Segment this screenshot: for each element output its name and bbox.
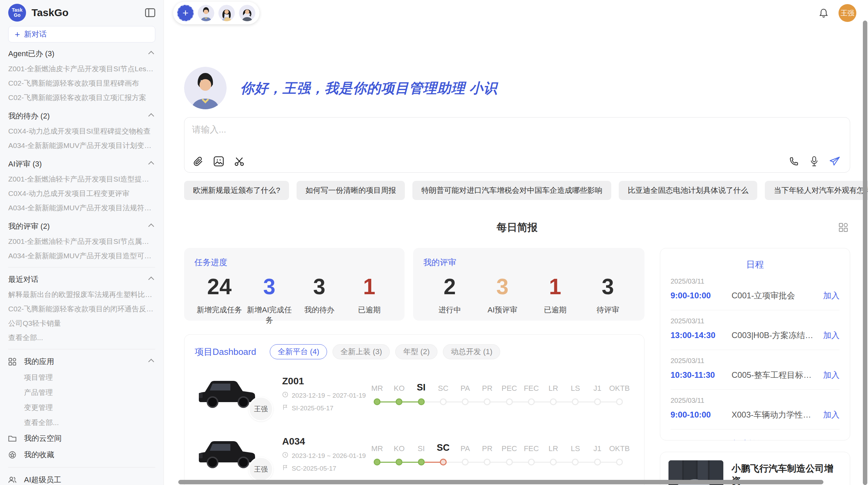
project-milestone-date: SC-2025-05-17	[282, 464, 366, 472]
dashboard-tab[interactable]: 全新上装 (3)	[333, 344, 390, 359]
assistant-avatar	[184, 67, 227, 109]
milestone-label: LR	[542, 444, 564, 453]
project-row[interactable]: 王强A0342023-12-19 ~ 2026-01-19SC-2025-05-…	[195, 428, 634, 480]
stat-label: 新增完成任务	[194, 305, 244, 315]
milestone-label: MR	[366, 384, 388, 393]
main-area: + 王强	[164, 0, 868, 485]
sidebar-section-title: 最近对话	[8, 274, 38, 285]
sidebar-list-item[interactable]: Z001-全新燃油轻卡产品开发项目SI节点属性5D文件评审	[8, 234, 155, 249]
sidebar-section: 最近对话解释最新出台的欧盟报废车法规再生塑料比例被调至15%...C02-飞腾新…	[8, 272, 155, 345]
logo-line1: Task	[12, 8, 23, 13]
user-avatar[interactable]: 王强	[839, 4, 856, 22]
image-upload-icon[interactable]	[213, 156, 224, 167]
sidebar-list-item[interactable]: A034-全新新能源MUV产品开发项目造型可行性评审	[8, 249, 155, 263]
chevron-up-icon[interactable]	[148, 161, 154, 167]
schedule-join-link[interactable]: 加入	[823, 330, 840, 341]
dashboard-tab[interactable]: 全新平台 (4)	[270, 344, 327, 359]
stat-label: 我的待办	[294, 305, 345, 315]
sidebar-list-item[interactable]: C0X4-动力总成开发项目工程变更评审	[8, 186, 155, 201]
project-dates-text: 2023-12-19 ~ 2026-01-19	[292, 452, 366, 460]
sidebar-list-item[interactable]: C02-飞腾新能源轻客改款项目立项汇报方案	[8, 90, 155, 105]
new-chat-button[interactable]: + 新对话	[8, 26, 155, 42]
chevron-up-icon[interactable]	[148, 224, 154, 229]
sidebar-list-item[interactable]: Z001-全新燃油皮卡产品开发项目SI节点Lesson Learn报告	[8, 62, 155, 76]
milestone-dot	[506, 398, 513, 405]
milestone-cell	[564, 457, 586, 468]
voice-call-phone-icon[interactable]	[789, 156, 799, 166]
app-submenu-item[interactable]: 项目管理	[8, 370, 155, 385]
app-submenu-item[interactable]: 查看全部...	[8, 415, 155, 430]
notifications-bell-icon[interactable]	[819, 8, 828, 18]
project-flag-text: SI-2025-05-17	[292, 405, 333, 412]
sidebar-list-item[interactable]: A034-全新新能源MUV产品开发项目法规符合性评审	[8, 201, 155, 215]
sidebar-list-item[interactable]: Z001-全新燃油轻卡产品开发项目SI造型提交物评审	[8, 172, 155, 186]
sidebar-section-title: Agent已办 (3)	[8, 49, 55, 59]
schedule-join-link[interactable]: 加入	[823, 290, 840, 301]
sidebar-item-cloud-space[interactable]: 我的云空间	[8, 430, 155, 447]
my-apps-label: 我的应用	[24, 357, 54, 367]
sidebar-item-favorites[interactable]: 我的收藏	[8, 447, 155, 463]
milestone-label: KO	[388, 444, 410, 453]
sidebar-item-ai-super-staff[interactable]: AI超级员工	[8, 472, 155, 485]
conversation-avatars-bar: +	[173, 2, 260, 24]
chevron-up-icon[interactable]	[148, 51, 154, 57]
screenshot-scissors-icon[interactable]	[234, 156, 245, 167]
milestone-cell	[608, 457, 630, 468]
milestone-label: SC	[432, 384, 454, 393]
sidebar-list-item[interactable]: 解释最新出台的欧盟报废车法规再生塑料比例被调至15%...	[8, 287, 155, 302]
suggestion-chip[interactable]: 欧洲新规最近颁布了什么?	[184, 181, 289, 200]
view-all-schedule-link[interactable]: 查看所有日程	[671, 438, 840, 440]
suggestion-chip[interactable]: 当下年轻人对汽车外观有怎样的喜好趋势	[765, 181, 868, 200]
milestone-cell	[542, 396, 564, 407]
sidebar-list-item[interactable]: 查看全部...	[8, 331, 155, 345]
schedule-item: 2025/03/119:00-10:00C001-立项审批会加入	[671, 271, 840, 310]
sidebar-list-item[interactable]: C0X4-动力总成开发项目SI里程碑提交物检查	[8, 124, 155, 138]
chevron-up-icon[interactable]	[148, 359, 154, 365]
chevron-up-icon[interactable]	[148, 277, 154, 283]
attachment-paperclip-icon[interactable]	[193, 156, 204, 167]
conversation-avatar[interactable]	[239, 5, 255, 21]
dashboard-tab[interactable]: 年型 (2)	[395, 344, 437, 359]
sidebar-list-item[interactable]: C02-飞腾新能源轻客改款项目里程碑画布	[8, 76, 155, 90]
project-info: Z0012023-12-19 ~ 2027-01-19SI-2025-05-17	[268, 376, 366, 412]
sidebar-list-item[interactable]: C02-飞腾新能源轻客改款项目的闭环通告反馈情况	[8, 302, 155, 316]
sidebar-item-my-apps[interactable]: 我的应用	[8, 353, 155, 370]
sidebar-list-item[interactable]: A034-全新新能源MUV产品开发项目计划变更表编写	[8, 138, 155, 153]
app-submenu-item[interactable]: 变更管理	[8, 400, 155, 415]
dashboard-tab[interactable]: 动总开发 (1)	[443, 344, 500, 359]
right-column: 日程 2025/03/119:00-10:00C001-立项审批会加入2025/…	[660, 248, 850, 485]
cloud-space-label: 我的云空间	[24, 433, 62, 444]
project-row[interactable]: 王强Z0012023-12-19 ~ 2027-01-19SI-2025-05-…	[195, 368, 634, 420]
suggestion-chip[interactable]: 特朗普可能对进口汽车增税会对中国车企造成哪些影响	[412, 181, 611, 200]
chat-input[interactable]	[192, 124, 781, 144]
sidebar-list-item[interactable]: 公司Q3轻卡销量	[8, 316, 155, 331]
sidebar-section: 我的待办 (2)C0X4-动力总成开发项目SI里程碑提交物检查A034-全新新能…	[8, 108, 155, 153]
collapse-sidebar-icon[interactable]	[145, 8, 155, 17]
milestone-label: KO	[388, 384, 410, 393]
schedule-join-link[interactable]: 加入	[823, 409, 840, 420]
user-avatar-name: 王强	[841, 9, 854, 18]
horizontal-scrollbar[interactable]	[178, 480, 823, 484]
sidebar-header: Task Go TaskGo	[8, 0, 155, 25]
suggestion-chip[interactable]: 比亚迪全固态电池计划具体说了什么	[619, 181, 757, 200]
milestone-cell	[520, 457, 542, 468]
sidebar-sections: Agent已办 (3)Z001-全新燃油皮卡产品开发项目SI节点Lesson L…	[8, 46, 155, 345]
milestone-dots	[366, 396, 630, 407]
vertical-scrollbar[interactable]	[863, 21, 867, 485]
schedule-name: C001-立项审批会	[732, 290, 819, 301]
layout-grid-icon[interactable]	[839, 223, 848, 234]
milestone-dot	[528, 459, 535, 465]
add-conversation-button[interactable]: +	[177, 5, 194, 21]
briefing-card-title: 任务进度	[194, 257, 394, 268]
app-submenu-item[interactable]: 产品管理	[8, 385, 155, 400]
suggestion-chip[interactable]: 如何写一份清晰的项目周报	[297, 181, 405, 200]
milestone-dot	[506, 459, 513, 465]
conversation-avatar[interactable]	[198, 5, 214, 21]
schedule-join-link[interactable]: 加入	[823, 370, 840, 381]
conversation-avatar[interactable]	[218, 5, 235, 21]
send-icon[interactable]	[829, 156, 840, 166]
chevron-up-icon[interactable]	[148, 113, 154, 119]
sidebar-section-list: 解释最新出台的欧盟报废车法规再生塑料比例被调至15%...C02-飞腾新能源轻客…	[8, 287, 155, 345]
project-rows: 王强Z0012023-12-19 ~ 2027-01-19SI-2025-05-…	[195, 368, 634, 485]
microphone-icon[interactable]	[809, 156, 819, 167]
